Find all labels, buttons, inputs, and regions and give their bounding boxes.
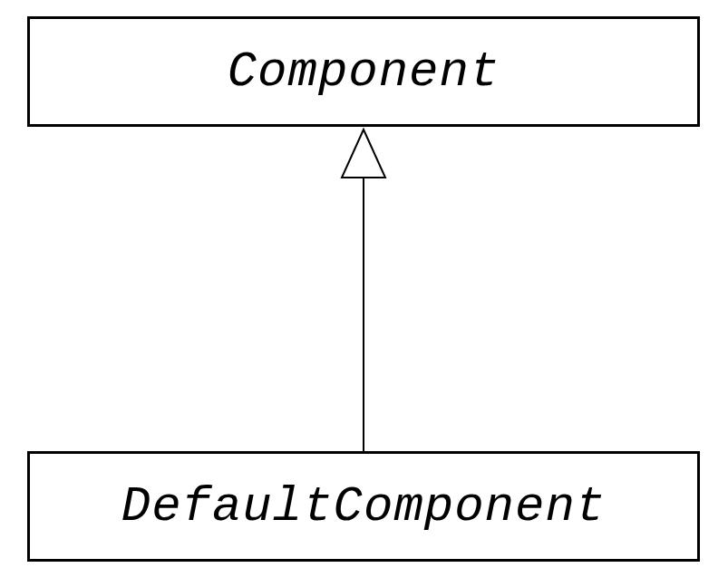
uml-class-parent-name: Component bbox=[228, 44, 500, 100]
uml-class-child: DefaultComponent bbox=[27, 451, 700, 562]
generalization-arrowhead-icon bbox=[342, 130, 385, 178]
uml-class-child-name: DefaultComponent bbox=[121, 479, 606, 534]
uml-class-parent: Component bbox=[27, 16, 700, 127]
